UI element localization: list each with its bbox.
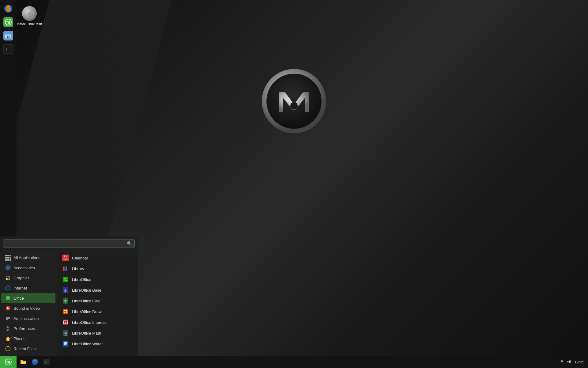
- category-preferences-label: Preferences: [13, 326, 35, 331]
- svg-rect-49: [6, 318, 10, 319]
- app-libreoffice-writer[interactable]: LibreOffice Writer: [58, 339, 137, 349]
- categories-panel: All Applications Accesso: [0, 251, 57, 356]
- app-library[interactable]: Library: [58, 263, 137, 274]
- svg-point-52: [6, 326, 10, 331]
- app-libreoffice-calc[interactable]: C LibreOffice Calc: [58, 296, 137, 306]
- svg-point-30: [7, 267, 9, 269]
- category-preferences[interactable]: Preferences: [1, 324, 55, 333]
- terminal-taskbar-icon[interactable]: $ _: [2, 43, 14, 55]
- all-apps-icon: [5, 255, 11, 261]
- libreoffice-calc-app-label: LibreOffice Calc: [72, 299, 100, 303]
- svg-point-18: [7, 36, 8, 37]
- firefox-bottom-icon[interactable]: [29, 356, 40, 367]
- terminal-bottom-icon[interactable]: $ _: [41, 356, 52, 367]
- svg-point-6: [266, 74, 322, 129]
- firefox-taskbar-icon[interactable]: [2, 2, 14, 15]
- svg-text:$ _: $ _: [45, 360, 50, 363]
- svg-rect-57: [63, 256, 68, 258]
- linux-mint-logo: [260, 67, 328, 135]
- category-office[interactable]: Office: [1, 293, 55, 303]
- svg-rect-48: [6, 317, 10, 318]
- category-all-applications-label: All Applications: [13, 255, 40, 260]
- category-administration[interactable]: Administration: [1, 313, 55, 323]
- category-all-applications[interactable]: All Applications: [1, 253, 55, 263]
- svg-point-89: [562, 362, 563, 363]
- libreoffice-app-label: LibreOffice: [72, 277, 91, 282]
- start-button[interactable]: m: [0, 356, 17, 368]
- svg-rect-72: [63, 309, 68, 314]
- svg-rect-50: [6, 319, 8, 320]
- places-icon: [5, 335, 11, 342]
- app-libreoffice-math[interactable]: ∑ LibreOffice Math: [58, 328, 137, 338]
- search-icon: 🔍: [127, 241, 132, 246]
- mint-icon: m: [3, 17, 13, 27]
- files-bottom-icon[interactable]: [18, 356, 29, 367]
- desktop: Install Linux Mint m: [0, 0, 588, 368]
- files-icon: [3, 31, 13, 40]
- svg-rect-61: [63, 266, 64, 271]
- mint-welcome-taskbar-icon[interactable]: m: [2, 16, 14, 28]
- apps-panel: 31 Calendar Library: [57, 251, 138, 356]
- libreoffice-draw-app-icon: [62, 308, 69, 315]
- category-recent-files[interactable]: Recent Files: [1, 344, 55, 354]
- search-input-wrapper[interactable]: 🔍: [3, 240, 135, 247]
- firefox-icon: [3, 4, 13, 13]
- libreoffice-writer-app-label: LibreOffice Writer: [72, 342, 103, 346]
- app-libreoffice[interactable]: L LibreOffice: [58, 274, 137, 285]
- start-menu-icon: m: [5, 358, 12, 366]
- app-libreoffice-impress[interactable]: LibreOffice Impress: [58, 317, 137, 328]
- calendar-app-label: Calendar: [72, 256, 88, 260]
- category-recent-files-label: Recent Files: [13, 347, 36, 351]
- graphics-icon: [5, 275, 11, 281]
- office-icon: [5, 295, 11, 301]
- terminal-bottom-icon-img: $ _: [43, 358, 50, 366]
- menu-content: All Applications Accesso: [0, 251, 138, 356]
- category-graphics[interactable]: Graphics: [1, 273, 55, 283]
- network-status-icon[interactable]: [560, 359, 564, 365]
- install-icon-label: Install Linux Mint: [17, 22, 42, 26]
- category-internet[interactable]: Internet: [1, 283, 55, 293]
- svg-line-4: [214, 166, 398, 181]
- bottom-right-status: 12:05: [560, 359, 588, 365]
- app-menu: 🔍 All Applications: [0, 236, 138, 356]
- svg-rect-63: [66, 266, 67, 271]
- search-bar: 🔍: [0, 236, 138, 251]
- svg-line-55: [8, 349, 9, 349]
- category-places[interactable]: Places: [1, 334, 55, 343]
- calendar-app-icon: 31: [62, 255, 69, 261]
- terminal-icon: $ _: [3, 44, 13, 54]
- category-graphics-label: Graphics: [13, 276, 29, 280]
- svg-point-36: [8, 276, 10, 278]
- libreoffice-impress-app-icon: [62, 319, 69, 326]
- recent-files-icon: [5, 346, 11, 352]
- svg-text:L: L: [64, 277, 67, 282]
- library-app-icon: [62, 265, 69, 272]
- bottom-taskbar-items: $ _: [17, 356, 560, 367]
- files-taskbar-icon[interactable]: [2, 29, 14, 42]
- install-linux-mint-icon[interactable]: Install Linux Mint: [17, 6, 42, 26]
- svg-text:m: m: [6, 360, 10, 364]
- libreoffice-base-app-label: LibreOffice Base: [72, 288, 101, 293]
- svg-line-3: [214, 153, 398, 169]
- svg-text:m: m: [6, 20, 10, 25]
- svg-point-38: [8, 278, 10, 280]
- category-office-label: Office: [13, 296, 24, 301]
- libreoffice-base-app-icon: B: [62, 287, 69, 293]
- app-libreoffice-base[interactable]: B LibreOffice Base: [58, 285, 137, 295]
- category-sound-video-label: Sound & Video: [13, 306, 40, 311]
- svg-point-35: [6, 276, 8, 278]
- sound-status-icon[interactable]: [567, 359, 572, 365]
- svg-text:C: C: [64, 299, 67, 303]
- category-sound-video[interactable]: Sound & Video: [1, 303, 55, 313]
- libreoffice-calc-app-icon: C: [62, 297, 69, 304]
- app-libreoffice-draw[interactable]: LibreOffice Draw: [58, 306, 137, 317]
- svg-point-7: [290, 102, 298, 109]
- search-input[interactable]: [6, 241, 127, 246]
- libreoffice-math-app-label: LibreOffice Math: [72, 331, 101, 335]
- svg-rect-80: [63, 341, 68, 347]
- category-internet-label: Internet: [13, 286, 27, 290]
- sound-video-icon: [5, 305, 11, 311]
- category-accessories[interactable]: Accessories: [1, 263, 55, 273]
- app-calendar[interactable]: 31 Calendar: [58, 253, 137, 263]
- library-app-label: Library: [72, 266, 84, 271]
